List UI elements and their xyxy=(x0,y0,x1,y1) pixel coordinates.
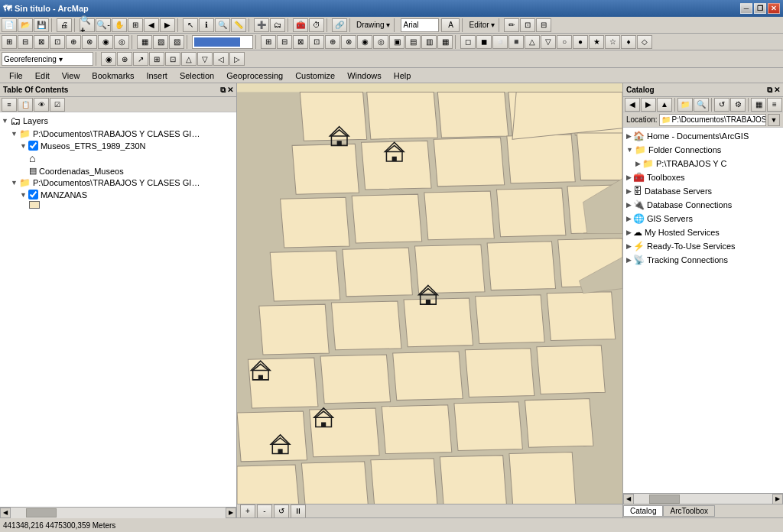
menu-view[interactable]: View xyxy=(56,70,86,82)
cat-up-btn[interactable]: ▲ xyxy=(657,98,672,112)
cat-options-btn[interactable]: ⚙ xyxy=(730,98,746,112)
arc-catalog-button[interactable]: 🗂 xyxy=(270,18,285,32)
close-button[interactable]: ✕ xyxy=(768,3,780,14)
toc-scroll-track[interactable] xyxy=(11,508,226,518)
toolboxes-button[interactable]: 🧰 xyxy=(293,18,308,32)
select-button[interactable]: ↖ xyxy=(183,18,198,32)
georef-btn9[interactable]: ▷ xyxy=(229,52,245,66)
tool-gg[interactable]: ☆ xyxy=(605,35,620,49)
time-button[interactable]: ⏱ xyxy=(309,18,324,32)
toc-horizontal-scroll[interactable]: ◀ ▶ xyxy=(0,507,236,517)
menu-file[interactable]: File xyxy=(3,70,29,82)
catalog-hosted-services[interactable]: ▶ ☁ My Hosted Services xyxy=(625,225,781,239)
catalog-trabajos-folder[interactable]: ▶ 📁 P:\TRABAJOS Y C xyxy=(625,157,781,170)
catalog-ready-to-use[interactable]: ▶ ⚡ Ready-To-Use Services xyxy=(625,239,781,253)
edit-tool1[interactable]: ✏ xyxy=(504,18,519,32)
toc-museos-layer[interactable]: ▼ Museos_ETRS_1989_Z30N xyxy=(2,140,235,151)
window-controls[interactable]: ─ ❐ ✕ xyxy=(740,3,780,14)
edit-tool2[interactable]: ⊡ xyxy=(520,18,535,32)
tool-d[interactable]: ⊡ xyxy=(50,35,65,49)
tool-m[interactable]: ⊟ xyxy=(277,35,292,49)
menu-insert[interactable]: Insert xyxy=(140,70,174,82)
toc-list-by-selection-btn[interactable]: ☑ xyxy=(50,98,65,112)
tool-hh[interactable]: ♦ xyxy=(621,35,636,49)
catalog-tracking[interactable]: ▶ 📡 Tracking Connections xyxy=(625,253,781,267)
cat-scroll-right[interactable]: ▶ xyxy=(772,494,783,504)
cat-scroll-thumb[interactable] xyxy=(649,495,680,504)
georef-btn4[interactable]: ⊞ xyxy=(149,52,164,66)
tool-ff[interactable]: ★ xyxy=(589,35,604,49)
catalog-close-button[interactable]: ✕ xyxy=(774,86,780,95)
georef-dropdown[interactable]: Georeferencing ▾ xyxy=(2,52,93,66)
save-button[interactable]: 💾 xyxy=(34,18,49,32)
tool-p[interactable]: ⊕ xyxy=(325,35,340,49)
map-zoom-in-btn[interactable]: + xyxy=(240,504,255,518)
tool-i[interactable]: ▦ xyxy=(137,35,152,49)
toc-coordenadas-table[interactable]: ▤ Coordenadas_Museos xyxy=(2,165,235,177)
manzanas-checkbox[interactable] xyxy=(28,190,38,200)
menu-windows[interactable]: Windows xyxy=(341,70,388,82)
toc-scroll-thumb[interactable] xyxy=(26,508,57,517)
zoom-in-button[interactable]: 🔍+ xyxy=(80,18,95,32)
tool-ee[interactable]: ● xyxy=(573,35,588,49)
tool-u[interactable]: ▤ xyxy=(405,35,421,49)
tool-aa[interactable]: ◾ xyxy=(508,35,524,49)
tool-s[interactable]: ◎ xyxy=(373,35,388,49)
toc-float-button[interactable]: ⧉ xyxy=(220,86,226,95)
tool-k[interactable]: ▨ xyxy=(169,35,184,49)
catalog-float-button[interactable]: ⧉ xyxy=(767,86,772,95)
identify-button[interactable]: ℹ xyxy=(199,18,214,32)
tool-w[interactable]: ▦ xyxy=(437,35,453,49)
museos-checkbox[interactable] xyxy=(28,141,38,151)
catalog-location-input[interactable]: 📁 P:\Documentos\TRABAJOS xyxy=(659,114,766,126)
toc-controls[interactable]: ⧉ ✕ xyxy=(220,86,233,95)
tool-dd[interactable]: ○ xyxy=(557,35,572,49)
toc-scroll-left[interactable]: ◀ xyxy=(0,508,11,518)
catalog-toolboxes[interactable]: ▶ 🧰 Toolboxes xyxy=(625,170,781,184)
forward-button[interactable]: ▶ xyxy=(160,18,175,32)
pan-button[interactable]: ✋ xyxy=(112,18,127,32)
map-pause-btn[interactable]: ⏸ xyxy=(291,504,306,518)
catalog-home[interactable]: ▶ 🏠 Home - Documents\ArcGIS xyxy=(625,129,781,143)
back-button[interactable]: ◀ xyxy=(144,18,159,32)
cat-back-btn[interactable]: ◀ xyxy=(625,98,640,112)
layer-dropdown[interactable] xyxy=(192,35,253,49)
catalog-db-connections[interactable]: ▶ 🔌 Database Connections xyxy=(625,198,781,212)
cat-connect-folder-btn[interactable]: 📁 xyxy=(677,98,693,112)
tool-q[interactable]: ⊗ xyxy=(341,35,356,49)
open-button[interactable]: 📂 xyxy=(18,18,33,32)
catalog-tab[interactable]: Catalog xyxy=(623,505,663,517)
map-refresh-btn[interactable]: ↺ xyxy=(274,504,289,518)
cat-forward-btn[interactable]: ▶ xyxy=(641,98,656,112)
tool-v[interactable]: ▥ xyxy=(421,35,437,49)
menu-help[interactable]: Help xyxy=(388,70,417,82)
cat-large-icons-btn[interactable]: ▦ xyxy=(751,98,766,112)
cat-list-btn[interactable]: ≡ xyxy=(767,98,782,112)
toc-list-by-visibility-btn[interactable]: 👁 xyxy=(34,98,49,112)
georef-btn1[interactable]: ◉ xyxy=(101,52,116,66)
full-extent-button[interactable]: ⊞ xyxy=(128,18,143,32)
font-size-btn[interactable]: A xyxy=(441,18,460,32)
tool-j[interactable]: ▧ xyxy=(153,35,168,49)
tool-bb[interactable]: △ xyxy=(525,35,540,49)
tool-h[interactable]: ◎ xyxy=(114,35,129,49)
cat-search-btn[interactable]: 🔍 xyxy=(694,98,709,112)
toc-scroll-right[interactable]: ▶ xyxy=(226,508,236,518)
tool-cc[interactable]: ▽ xyxy=(541,35,556,49)
edit-tool3[interactable]: ⊟ xyxy=(536,18,551,32)
cat-scroll-track[interactable] xyxy=(634,494,772,504)
tool-l[interactable]: ⊞ xyxy=(261,35,276,49)
georef-btn6[interactable]: △ xyxy=(181,52,197,66)
tool-o[interactable]: ⊡ xyxy=(309,35,324,49)
new-map-button[interactable]: 📄 xyxy=(2,18,17,32)
toc-list-by-source-btn[interactable]: 📋 xyxy=(18,98,33,112)
cat-refresh-btn[interactable]: ↺ xyxy=(714,98,729,112)
add-data-button[interactable]: ➕ xyxy=(254,18,269,32)
georef-btn8[interactable]: ◁ xyxy=(213,52,229,66)
tool-a[interactable]: ⊞ xyxy=(2,35,17,49)
georef-btn3[interactable]: ↗ xyxy=(133,52,148,66)
menu-geoprocessing[interactable]: Geoprocessing xyxy=(220,70,289,82)
tool-z[interactable]: ◽ xyxy=(492,35,508,49)
editor-label[interactable]: Editor ▾ xyxy=(467,21,496,29)
restore-button[interactable]: ❐ xyxy=(754,3,766,14)
